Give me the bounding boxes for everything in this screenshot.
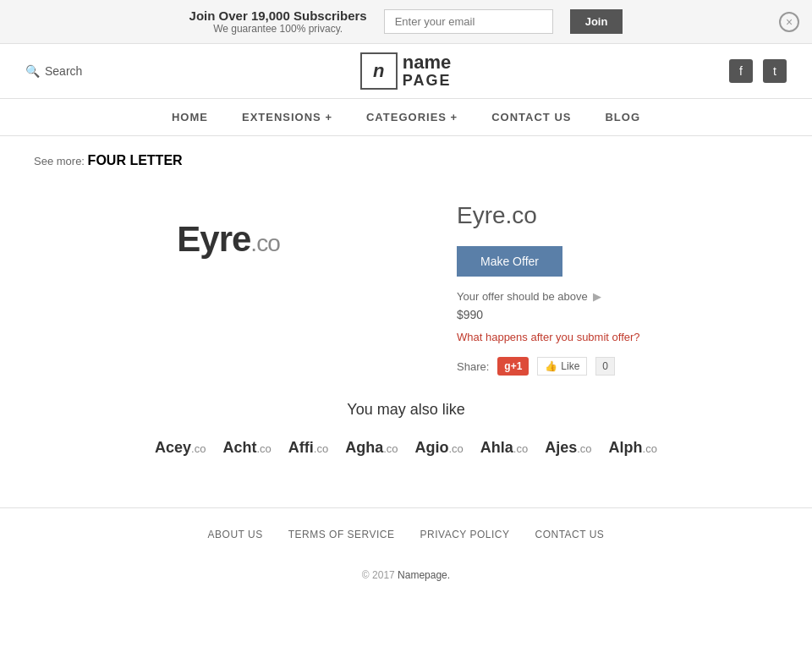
share-label: Share:	[457, 360, 489, 373]
domain-tld-text: .co	[448, 442, 463, 455]
nav-blog[interactable]: BLOG	[605, 111, 640, 123]
domain-tld-text: .co	[256, 442, 271, 455]
search-label: Search	[45, 64, 82, 78]
offer-arrow-icon: ▶	[593, 290, 601, 303]
fb-like-label: Like	[561, 360, 579, 372]
domain-logo-tld: .co	[250, 230, 279, 256]
domain-tld-text: .co	[314, 442, 328, 455]
social-icons: f t	[729, 59, 787, 83]
banner-text: Join Over 19,000 Subscribers We guarante…	[189, 8, 367, 35]
list-item[interactable]: Acey.co	[155, 439, 206, 457]
footer-terms[interactable]: TERMS OF SERVICE	[288, 529, 395, 540]
logo-name: name	[403, 52, 451, 73]
banner-title: Join Over 19,000 Subscribers	[189, 8, 367, 23]
domain-title: Eyre.co	[457, 202, 778, 229]
domain-name-text: Ajes	[545, 439, 577, 456]
domain-tld-text: .co	[643, 442, 657, 455]
footer-about[interactable]: ABOUT US	[208, 529, 263, 540]
domain-info: Eyre.co Make Offer Your offer should be …	[457, 185, 778, 376]
offer-hint: Your offer should be above ▶	[457, 290, 778, 303]
logo-letter: n	[373, 60, 384, 82]
fb-count: 0	[595, 357, 615, 376]
nav-extensions[interactable]: EXTENSIONS +	[242, 111, 332, 123]
domain-name-text: Acey	[155, 439, 191, 456]
offer-what-happens-link[interactable]: What happens after you submit offer?	[457, 331, 640, 343]
copyright-year: © 2017	[362, 569, 395, 581]
domain-tld-text: .co	[383, 442, 398, 455]
search-icon: 🔍	[25, 64, 40, 78]
list-item[interactable]: Agha.co	[345, 439, 398, 457]
domain-tld-text: .co	[577, 442, 591, 455]
footer-privacy[interactable]: PRIVACY POLICY	[420, 529, 510, 540]
domain-name-text: Agha	[345, 439, 383, 456]
offer-hint-text: Your offer should be above	[457, 290, 588, 303]
join-button[interactable]: Join	[570, 9, 623, 34]
domain-name-text: Acht	[222, 439, 256, 456]
main-section: Eyre.co Eyre.co Make Offer Your offer sh…	[34, 185, 778, 376]
make-offer-button[interactable]: Make Offer	[457, 246, 562, 277]
logo[interactable]: n name PAGE	[360, 52, 452, 90]
domain-name-text: Ahla	[480, 439, 513, 456]
banner-subtitle: We guarantee 100% privacy.	[189, 23, 367, 35]
nav-contact[interactable]: CONTACT US	[491, 111, 571, 123]
domain-name-text: Alph	[609, 439, 643, 456]
list-item[interactable]: Ahla.co	[480, 439, 528, 457]
close-button[interactable]: ×	[779, 12, 799, 32]
logo-text: name PAGE	[403, 52, 452, 90]
top-banner: Join Over 19,000 Subscribers We guarante…	[0, 0, 812, 44]
google-plus-button[interactable]: g+1	[497, 357, 529, 376]
see-more-prefix: See more:	[34, 155, 85, 167]
domain-logo-name: Eyre	[177, 219, 250, 259]
also-like-grid: Acey.coAcht.coAffi.coAgha.coAgio.coAhla.…	[34, 439, 778, 457]
domain-tld-text: .co	[191, 442, 206, 455]
facebook-like-button[interactable]: 👍 Like	[537, 357, 587, 376]
domain-name-text: Affi	[288, 439, 314, 456]
see-more-label[interactable]: FOUR LETTER	[88, 153, 183, 167]
list-item[interactable]: Alph.co	[609, 439, 657, 457]
main-nav: HOME EXTENSIONS + CATEGORIES + CONTACT U…	[0, 99, 812, 136]
header: 🔍 Search n name PAGE f t	[0, 44, 812, 99]
list-item[interactable]: Acht.co	[222, 439, 271, 457]
list-item[interactable]: Affi.co	[288, 439, 328, 457]
see-more: See more: FOUR LETTER	[34, 153, 778, 168]
copyright-link[interactable]: Namepage.	[398, 569, 450, 581]
fb-thumbs-icon: 👍	[545, 360, 557, 372]
content-area: See more: FOUR LETTER Eyre.co Eyre.co Ma…	[0, 136, 812, 491]
domain-name-text: Agio	[414, 439, 448, 456]
also-like-section: You may also like Acey.coAcht.coAffi.coA…	[34, 401, 778, 457]
logo-box: n	[360, 52, 398, 90]
facebook-icon[interactable]: f	[729, 59, 753, 83]
nav-categories[interactable]: CATEGORIES +	[366, 111, 458, 123]
list-item[interactable]: Ajes.co	[545, 439, 591, 457]
also-like-title: You may also like	[34, 401, 778, 419]
domain-tld-text: .co	[513, 442, 528, 455]
logo-page: PAGE	[403, 72, 452, 89]
email-input[interactable]	[384, 9, 553, 34]
list-item[interactable]: Agio.co	[414, 439, 463, 457]
footer-copyright: © 2017 Namepage.	[0, 561, 812, 601]
domain-logo: Eyre.co	[177, 219, 279, 260]
offer-amount: $990	[457, 308, 778, 321]
nav-home[interactable]: HOME	[172, 111, 208, 123]
share-row: Share: g+1 👍 Like 0	[457, 357, 778, 376]
search-trigger[interactable]: 🔍 Search	[25, 64, 82, 78]
twitter-icon[interactable]: t	[763, 59, 787, 83]
footer-contact[interactable]: CONTACT US	[535, 529, 604, 540]
footer-links: ABOUT US TERMS OF SERVICE PRIVACY POLICY…	[0, 507, 812, 561]
domain-logo-area: Eyre.co	[34, 185, 423, 293]
